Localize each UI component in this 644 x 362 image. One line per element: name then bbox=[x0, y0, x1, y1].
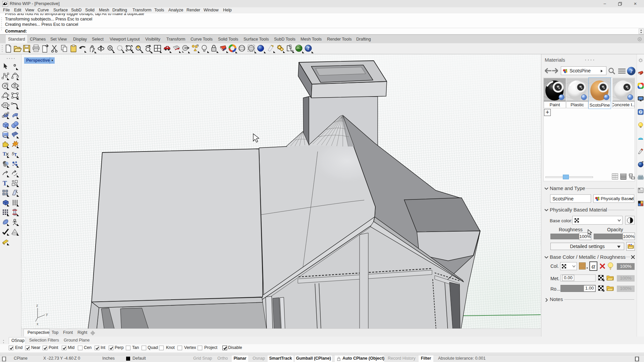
svg-text:?: ? bbox=[307, 46, 310, 51]
svg-text:z: z bbox=[36, 303, 38, 307]
svg-text:T: T bbox=[3, 151, 6, 157]
svg-text:Concrete I...: Concrete I... bbox=[612, 102, 635, 107]
svg-text:?: ? bbox=[630, 68, 633, 74]
svg-text:y: y bbox=[46, 312, 48, 316]
svg-text:Plastic: Plastic bbox=[571, 102, 584, 107]
svg-text:x: x bbox=[37, 322, 39, 326]
svg-text:?: ? bbox=[640, 110, 642, 114]
svg-text:Paint: Paint bbox=[550, 102, 560, 107]
svg-text:T: T bbox=[3, 180, 7, 187]
svg-text:ScotsPine: ScotsPine bbox=[590, 103, 610, 108]
svg-text:T: T bbox=[14, 152, 17, 157]
